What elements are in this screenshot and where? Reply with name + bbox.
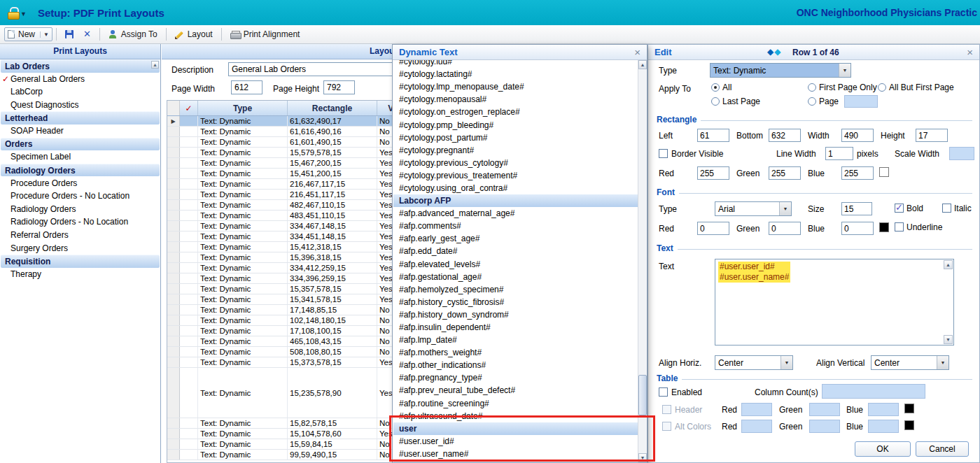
- row-nav-arrows[interactable]: ◆◆: [767, 47, 781, 57]
- dynamic-text-item[interactable]: #afp.insulin_dependent#: [393, 321, 638, 334]
- radio-first-page-only[interactable]: [808, 83, 816, 92]
- textarea-scroll-down-arrow[interactable]: ▼: [944, 335, 953, 344]
- sidebar-item-radiology-orders-no-location[interactable]: Radiology Orders - No Location: [0, 215, 160, 229]
- sidebar-group-requisition[interactable]: Requisition: [1, 255, 160, 268]
- chevron-down-icon[interactable]: ▼: [937, 356, 948, 369]
- assign-to-button[interactable]: Assign To: [104, 28, 162, 41]
- save-button[interactable]: [60, 29, 78, 40]
- alt-colors-checkbox[interactable]: [662, 422, 671, 431]
- dynamic-text-item[interactable]: #afp.lmp_date#: [393, 334, 638, 346]
- sidebar-item-soap-header[interactable]: SOAP Header: [0, 124, 160, 138]
- alt-colors-green-input[interactable]: [809, 420, 840, 433]
- page-width-input[interactable]: [231, 80, 262, 94]
- dynamic-text-item[interactable]: #cytology.lactating#: [393, 68, 638, 80]
- sidebar-item-general-lab-orders[interactable]: ✓General Lab Orders: [0, 73, 160, 86]
- dynamic-text-item[interactable]: #cytology.pmp_bleeding#: [393, 118, 638, 131]
- italic-checkbox[interactable]: [942, 204, 951, 213]
- dynamic-text-group-user[interactable]: user: [393, 422, 638, 435]
- table-header-red-input[interactable]: [741, 403, 772, 416]
- dynamic-text-item[interactable]: #afp.other_indications#: [393, 359, 638, 371]
- dynamic-text-item[interactable]: #cytology.lmp_menopause_date#: [393, 80, 638, 93]
- table-enabled-checkbox[interactable]: [659, 387, 668, 397]
- underline-checkbox[interactable]: [895, 222, 904, 232]
- sidebar-item-quest-diagnostics[interactable]: Quest Diagnostics: [0, 99, 160, 112]
- dynamic-text-group-labcorp-afp[interactable]: Labcorp AFP: [393, 194, 638, 207]
- radio-page[interactable]: [808, 97, 816, 106]
- dynamic-text-close-icon[interactable]: ×: [634, 45, 640, 59]
- scrollbar-thumb[interactable]: [638, 375, 647, 415]
- chevron-down-icon[interactable]: ▼: [780, 356, 792, 369]
- check-column-header[interactable]: ✓: [180, 101, 198, 115]
- dynamic-text-item[interactable]: #afp.history_down_syndrom#: [393, 308, 638, 321]
- layout-button[interactable]: Layout: [170, 28, 218, 41]
- dynamic-text-item[interactable]: #cytology.previous_treatement#: [393, 169, 638, 182]
- dynamic-text-item[interactable]: #afp.elevated_levels#: [393, 258, 638, 271]
- dynamic-text-item[interactable]: #afp.history_cystic_fibrosis#: [393, 296, 638, 308]
- dynamic-text-item[interactable]: #user.user_name#: [393, 448, 638, 460]
- rect-red-input[interactable]: [697, 166, 729, 180]
- page-number-input[interactable]: [844, 95, 878, 108]
- new-dropdown-arrow[interactable]: ▼: [40, 31, 49, 38]
- table-header-color-swatch[interactable]: [904, 404, 914, 413]
- table-header-checkbox[interactable]: [662, 405, 671, 414]
- sidebar-item-surgery-orders[interactable]: Surgery Orders: [0, 241, 160, 255]
- radio-all-but-first-page[interactable]: [878, 83, 886, 92]
- dynamic-text-item[interactable]: #afp.edd_date#: [393, 245, 638, 257]
- font-type-dropdown[interactable]: Arial ▼: [715, 201, 792, 216]
- font-green-input[interactable]: [769, 222, 801, 235]
- sidebar-item-specimen-label[interactable]: Specimen Label: [0, 150, 160, 164]
- align-horiz-dropdown[interactable]: Center ▼: [715, 355, 793, 370]
- scroll-up-arrow[interactable]: ▲: [638, 60, 647, 69]
- dynamic-text-item[interactable]: #cytology.on_estrogen_replace#: [393, 106, 638, 118]
- dynamic-text-item[interactable]: #cytology.iud#: [393, 60, 638, 68]
- align-vertical-dropdown[interactable]: Center ▼: [871, 355, 949, 370]
- bold-checkbox[interactable]: [895, 204, 904, 213]
- scale-width-input[interactable]: [949, 147, 974, 160]
- description-input[interactable]: [228, 62, 393, 76]
- dynamic-text-item[interactable]: #afp.ultrasound_date#: [393, 410, 638, 422]
- font-red-input[interactable]: [697, 222, 729, 235]
- left-input[interactable]: [697, 129, 729, 142]
- dynamic-text-item[interactable]: #afp.pregnancy_type#: [393, 371, 638, 384]
- page-height-input[interactable]: [323, 80, 355, 94]
- dynamic-text-item[interactable]: #afp.mothers_weight#: [393, 346, 638, 359]
- sidebar-item-labcorp[interactable]: LabCorp: [0, 85, 160, 99]
- dynamic-text-item[interactable]: #afp.early_gest_age#: [393, 232, 638, 245]
- sidebar-item-referral-orders[interactable]: Referral Orders: [0, 229, 160, 242]
- sidebar-item-procedure-orders[interactable]: Procedure Orders: [0, 176, 160, 190]
- dynamic-text-item[interactable]: #user.user_id#: [393, 435, 638, 448]
- sidebar-item-procedure-orders-no-location[interactable]: Procedure Orders - No Location: [0, 190, 160, 203]
- dynamic-text-item[interactable]: #afp.comments#: [393, 220, 638, 232]
- sidebar-group-orders[interactable]: Orders: [1, 138, 160, 151]
- chevron-down-icon[interactable]: ▼: [779, 202, 791, 215]
- rect-color-swatch[interactable]: [879, 167, 889, 177]
- print-alignment-button[interactable]: Print Alignment: [225, 28, 305, 41]
- width-input[interactable]: [841, 129, 874, 142]
- dynamic-text-item[interactable]: #afp.gestational_age#: [393, 271, 638, 283]
- chevron-down-icon[interactable]: ▼: [839, 64, 850, 77]
- rect-green-input[interactable]: [769, 166, 801, 180]
- bottom-input[interactable]: [769, 129, 801, 142]
- dynamic-text-item[interactable]: #cytology.previous_cytology#: [393, 157, 638, 169]
- font-color-swatch[interactable]: [879, 222, 889, 232]
- delete-button[interactable]: ✕: [78, 29, 96, 40]
- font-blue-input[interactable]: [841, 222, 874, 235]
- dynamic-text-scrollbar[interactable]: ▲ ▼: [638, 60, 647, 462]
- dynamic-text-item[interactable]: #cytology.post_partum#: [393, 131, 638, 144]
- lock-icon[interactable]: [7, 7, 19, 19]
- sidebar-scroll-up-arrow[interactable]: ▲: [151, 61, 159, 69]
- table-header-blue-input[interactable]: [868, 403, 899, 416]
- rect-blue-input[interactable]: [841, 166, 874, 180]
- edit-close-icon[interactable]: ×: [967, 45, 973, 59]
- sidebar-group-lab-orders[interactable]: Lab Orders: [1, 59, 160, 73]
- sidebar-group-radiology-orders[interactable]: Radiology Orders: [1, 164, 160, 177]
- dynamic-text-item[interactable]: #cytology.using_oral_contra#: [393, 182, 638, 194]
- line-width-input[interactable]: [825, 147, 853, 160]
- lock-dropdown-arrow[interactable]: ▼: [20, 10, 27, 17]
- scroll-down-arrow[interactable]: ▼: [638, 453, 647, 462]
- sidebar-group-letterhead[interactable]: Letterhead: [1, 111, 160, 124]
- rectangle-column-header[interactable]: Rectangle: [288, 101, 377, 115]
- radio-all[interactable]: [711, 83, 720, 92]
- text-content-area[interactable]: #user.user_id##user.user_name# ▲ ▼: [715, 259, 954, 346]
- radio-last-page[interactable]: [711, 97, 720, 106]
